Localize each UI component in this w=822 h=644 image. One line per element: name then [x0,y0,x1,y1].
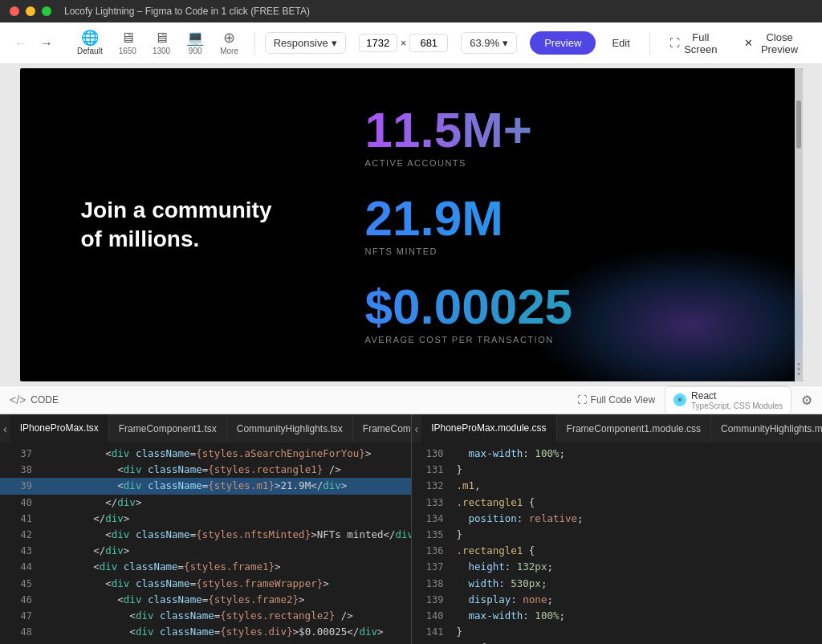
tsx-tabs-left-arrow[interactable]: ‹ [0,422,10,435]
preset-more[interactable]: ⊕ More [214,27,245,59]
line-content-46: <div className={styles.frame2}> [45,592,305,608]
stat-block-3: $0.00025 AVERAGE COST PER TRANSACTION [365,282,771,344]
preset-1300[interactable]: 🖥 1300 [146,27,177,59]
expand-icon: ⛶ [577,394,587,406]
css-content-142: .m1 { [457,640,487,644]
close-icon: ✕ [744,37,753,49]
traffic-light-red[interactable] [10,6,19,16]
tsx-tab-framecomponent1[interactable]: FrameComponent1.tsx [109,414,227,442]
code-panel-header: </> CODE ⛶ Full Code View ⚛ React TypeSc… [0,385,822,414]
css-num-132: 132 [418,479,444,494]
line-content-43: </div> [45,543,129,559]
preset-900[interactable]: 💻 900 [180,27,210,59]
code-editor-area: ‹ IPhoneProMax.tsx FrameComponent1.tsx C… [0,414,822,644]
tsx-tab-label-0: IPhoneProMax.tsx [20,422,99,434]
responsive-dropdown[interactable]: Responsive ▾ [265,32,346,54]
react-icon: ⚛ [673,393,686,406]
line-num-47: 47 [6,609,32,624]
css-content-133: .rectangle1 { [457,495,535,511]
line-num-42: 42 [6,528,32,543]
settings-button[interactable]: ⚙ [801,393,812,408]
tsx-tab-label-2: CommunityHighlights.tsx [237,423,343,434]
dimensions: × [359,34,449,52]
css-num-133: 133 [418,495,444,511]
css-num-138: 138 [418,577,444,592]
line-content-39: <div className={styles.m1}>21.9M</div> [45,478,347,494]
css-tab-communityhighlights[interactable]: CommunityHighlights.module.c... [711,414,822,442]
line-content-48: <div className={styles.div}>$0.00025</di… [45,624,383,640]
close-preview-button[interactable]: ✕ Close Preview [735,26,812,61]
line-content-41: </div> [45,511,129,527]
window-title: Locofy Lightning – Figma to Code in 1 cl… [64,6,310,17]
device-presets: 🌐 Default 🖥 1650 🖥 1300 💻 900 ⊕ More [71,27,245,59]
traffic-light-yellow[interactable] [26,6,35,16]
css-tab-label-2: CommunityHighlights.module.c... [721,423,822,434]
preset-900-label: 900 [189,47,202,55]
stat-label-cost: AVERAGE COST PER TRANSACTION [365,335,771,344]
line-num-37: 37 [6,446,32,462]
css-editor-scroll[interactable]: 130 max-width: 100%; 131 } 132 .m1, 133 … [412,442,823,644]
close-preview-label: Close Preview [756,31,803,55]
width-input[interactable] [359,34,397,52]
toolbar-separator-2 [649,32,650,55]
responsive-chevron: ▾ [332,37,337,49]
forward-button[interactable]: → [35,33,58,54]
tsx-editor-scroll[interactable]: 37 <div className={styles.aSearchEngineF… [0,442,411,644]
dimension-separator: × [401,37,407,49]
full-code-label: Full Code View [591,394,655,406]
code-brackets-icon: </> [10,393,26,406]
css-content-135: } [457,527,463,543]
responsive-label: Responsive [274,37,328,49]
full-code-view-button[interactable]: ⛶ Full Code View [577,394,655,406]
css-line-142: 142 .m1 { [412,640,823,644]
css-tab-label-0: IPhoneProMax.module.css [431,422,546,434]
toolbar-separator-1 [254,32,255,55]
fullscreen-icon: ⛶ [669,37,680,49]
traffic-light-green[interactable] [42,6,51,16]
preset-1650[interactable]: 🖥 1650 [112,27,143,59]
css-tabs-left-arrow[interactable]: ‹ [412,422,422,435]
css-num-142: 142 [418,641,444,644]
tsx-tab-communityhighlights[interactable]: CommunityHighlights.tsx [227,414,353,442]
code-line-44: 44 <div className={styles.frame1}> [0,559,411,575]
css-num-136: 136 [418,544,444,559]
stat-block-2: 21.9M NFTS MINTED [365,194,771,256]
zoom-button[interactable]: 63.9% ▾ [461,32,517,54]
fullscreen-button[interactable]: ⛶ Full Screen [660,26,729,61]
tsx-tab-label-1: FrameComponent1.tsx [119,423,217,434]
css-tab-label-1: FrameComponent1.module.css [567,423,701,434]
line-num-40: 40 [6,495,32,511]
css-tab-iphonepromax[interactable]: IPhoneProMax.module.css [421,414,556,442]
css-line-132: 132 .m1, [412,478,823,494]
height-input[interactable] [409,34,448,52]
preset-default-label: Default [77,47,103,55]
react-sub-label: TypeScript, CSS Modules [691,401,783,410]
css-content-138: width: 530px; [457,576,547,592]
css-line-137: 137 height: 132px; [412,559,823,575]
css-line-138: 138 width: 530px; [412,576,823,592]
preview-button[interactable]: Preview [530,31,596,55]
css-content-141: } [457,624,463,640]
line-content-37: <div className={styles.aSearchEngineForY… [45,446,371,462]
line-num-44: 44 [6,560,32,575]
tsx-tab-framecomponen[interactable]: FrameComponen... [353,414,411,442]
css-tab-framecomponent1[interactable]: FrameComponent1.module.css [557,414,711,442]
back-button[interactable]: ← [10,33,32,54]
code-line-45: 45 <div className={styles.frameWrapper}> [0,576,411,592]
stat-label-active-accounts: ACTIVE ACCOUNTS [365,158,771,168]
edit-button[interactable]: Edit [602,31,639,55]
preset-default[interactable]: 🌐 Default [71,27,109,59]
code-actions: ⛶ Full Code View ⚛ React TypeScript, CSS… [577,386,812,414]
default-icon: 🌐 [81,31,99,45]
line-num-41: 41 [6,512,32,527]
code-line-43: 43 </div> [0,543,411,559]
nav-controls: ← → [10,33,58,54]
tsx-tab-label-3: FrameComponen... [363,423,411,434]
tsx-tab-iphonepromax[interactable]: IPhoneProMax.tsx [10,414,109,442]
css-num-141: 141 [418,625,444,640]
title-bar: Locofy Lightning – Figma to Code in 1 cl… [0,0,822,22]
css-line-130: 130 max-width: 100%; [412,446,823,462]
code-line-41: 41 </div> [0,511,411,527]
react-badge[interactable]: ⚛ React TypeScript, CSS Modules [665,386,791,414]
join-text: Join a communityof millions. [80,196,271,255]
